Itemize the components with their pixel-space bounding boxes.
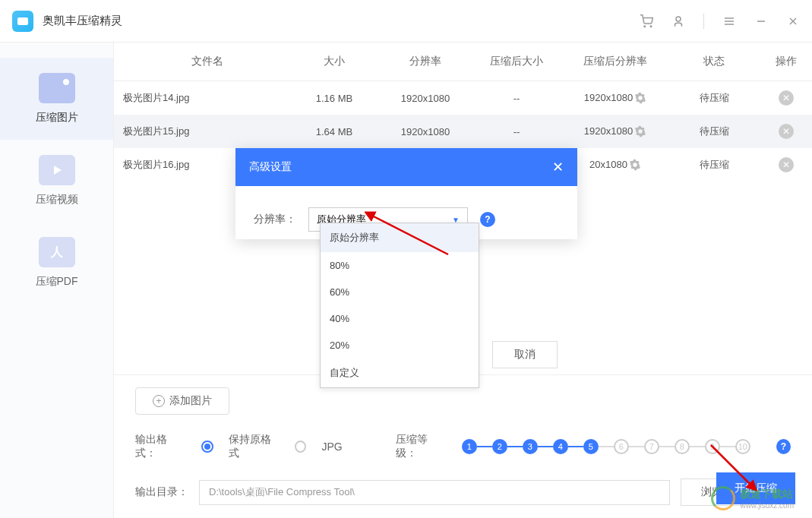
level-1[interactable]: 1 [462, 439, 477, 454]
modal-title: 高级设置 [249, 160, 292, 174]
cell-size: 1.64 MB [289, 126, 380, 137]
cell-csize: -- [471, 126, 562, 137]
sidebar-item-video[interactable]: 压缩视频 [0, 140, 113, 222]
cancel-button[interactable]: 取消 [492, 341, 558, 368]
modal-header: 高级设置 ✕ [235, 148, 577, 186]
delete-icon[interactable]: ✕ [779, 157, 794, 172]
delete-icon[interactable]: ✕ [779, 124, 794, 139]
cell-cres: 1920x1080 [562, 92, 668, 105]
close-icon[interactable] [786, 14, 800, 28]
sidebar-label: 压缩视频 [36, 193, 78, 207]
advanced-settings-modal: 高级设置 ✕ 分辨率： 原始分辨率 ▼ ? 取消 原始分辨率80%60%40%2… [235, 148, 577, 239]
gear-icon[interactable] [634, 92, 646, 104]
gear-icon[interactable] [629, 159, 641, 171]
format-opt1: 保持原格式 [229, 433, 280, 460]
cell-action: ✕ [760, 124, 812, 139]
header-action: 操作 [760, 55, 812, 68]
plus-icon: + [153, 395, 165, 407]
svg-point-2 [676, 17, 681, 21]
sidebar-item-image[interactable]: 压缩图片 [0, 58, 113, 140]
sidebar-item-pdf[interactable]: 人 压缩PDF [0, 222, 113, 304]
header-status: 状态 [668, 55, 760, 68]
dropdown-item[interactable]: 20% [321, 332, 479, 358]
radio-jpg[interactable] [295, 441, 307, 453]
svg-point-0 [644, 26, 646, 27]
cell-cres: 20x1080 [562, 159, 668, 172]
watermark: 极速下载站 www.jisuxz.com [711, 486, 794, 510]
level-10[interactable]: 10 [735, 439, 750, 454]
header-size: 大小 [289, 55, 380, 68]
header-csize: 压缩后大小 [471, 55, 562, 68]
level-5[interactable]: 5 [583, 439, 599, 454]
cell-size: 1.16 MB [289, 93, 380, 104]
modal-close-icon[interactable]: ✕ [552, 159, 564, 175]
cart-icon[interactable] [640, 14, 653, 28]
bottom-panel: + 添加图片 输出格式： 保持原格式 JPG 压缩等级： 12345678910… [114, 374, 812, 518]
gear-icon[interactable] [634, 125, 646, 137]
cell-name: 极光图片15.jpg [114, 125, 289, 138]
cell-cres: 1920x1080 [562, 125, 668, 138]
level-3[interactable]: 3 [523, 439, 538, 454]
user-icon[interactable] [671, 14, 685, 28]
app-logo [12, 11, 33, 32]
level-2[interactable]: 2 [492, 439, 507, 454]
dropdown-item[interactable]: 80% [321, 252, 479, 279]
minimize-icon[interactable] [754, 14, 768, 28]
level-7[interactable]: 7 [644, 439, 659, 454]
output-label: 输出目录： [135, 485, 188, 499]
app-title: 奥凯丰压缩精灵 [43, 14, 122, 28]
level-8[interactable]: 8 [675, 439, 690, 454]
header-res: 分辨率 [380, 55, 471, 68]
cell-res: 1920x1080 [380, 126, 471, 137]
dropdown-item[interactable]: 40% [321, 305, 479, 332]
compression-levels[interactable]: 12345678910 [462, 439, 750, 454]
level-4[interactable]: 4 [553, 439, 568, 454]
table-row[interactable]: 极光图片15.jpg 1.64 MB 1920x1080 -- 1920x108… [114, 115, 812, 148]
cell-action: ✕ [760, 90, 812, 106]
sidebar-label: 压缩PDF [36, 275, 78, 289]
output-path-input[interactable] [199, 480, 670, 505]
sidebar: 压缩图片 压缩视频 人 压缩PDF [0, 43, 114, 518]
svg-point-1 [650, 26, 652, 27]
help-icon[interactable]: ? [776, 439, 791, 454]
add-image-button[interactable]: + 添加图片 [135, 387, 229, 415]
delete-icon[interactable]: ✕ [779, 90, 794, 106]
cell-name: 极光图片14.jpg [114, 91, 289, 105]
cell-action: ✕ [760, 157, 812, 172]
video-icon [39, 155, 75, 185]
cell-csize: -- [471, 93, 562, 104]
menu-icon[interactable] [722, 14, 736, 28]
resolution-label: 分辨率： [254, 213, 296, 226]
cell-status: 待压缩 [668, 158, 760, 172]
format-opt2: JPG [321, 441, 342, 453]
cell-status: 待压缩 [668, 91, 760, 105]
table-header: 文件名 大小 分辨率 压缩后大小 压缩后分辨率 状态 操作 [114, 43, 812, 81]
sidebar-label: 压缩图片 [36, 111, 78, 125]
dropdown-item[interactable]: 原始分辨率 [321, 223, 479, 252]
format-label: 输出格式： [135, 433, 186, 460]
header-name: 文件名 [114, 55, 289, 68]
pdf-icon: 人 [39, 237, 75, 267]
cell-res: 1920x1080 [380, 93, 471, 104]
level-9[interactable]: 9 [705, 439, 720, 454]
table-row[interactable]: 极光图片14.jpg 1.16 MB 1920x1080 -- 1920x108… [114, 81, 812, 115]
titlebar: 奥凯丰压缩精灵 [0, 0, 812, 43]
level-6[interactable]: 6 [614, 439, 629, 454]
dropdown-item[interactable]: 60% [321, 279, 479, 305]
help-icon[interactable]: ? [480, 212, 495, 227]
radio-keep-format[interactable] [201, 441, 213, 453]
resolution-dropdown: 原始分辨率80%60%40%20%自定义 [320, 223, 479, 388]
image-icon [39, 73, 75, 103]
header-cres: 压缩后分辨率 [562, 55, 668, 68]
level-label: 压缩等级： [396, 433, 447, 460]
cell-status: 待压缩 [668, 125, 760, 138]
dropdown-item[interactable]: 自定义 [321, 358, 479, 387]
